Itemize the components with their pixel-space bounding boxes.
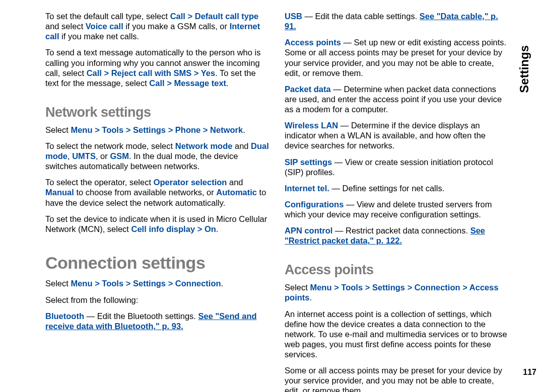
separator: > xyxy=(123,125,133,134)
separator: > xyxy=(191,68,201,77)
definition-item: APN control — Restrict packet data conne… xyxy=(285,225,509,246)
text: . xyxy=(226,79,229,88)
definition-item: SIP settings — View or create session in… xyxy=(285,157,509,177)
ui-term: APN control xyxy=(285,226,332,235)
separator: > xyxy=(332,283,342,292)
definition-item: Access points — Set up new or edit exist… xyxy=(285,37,509,78)
text: — Edit the Bluetooth settings. xyxy=(84,311,198,321)
separator: > xyxy=(195,224,205,233)
separator: > xyxy=(166,279,175,288)
text: . xyxy=(216,224,219,233)
ui-term: Tools xyxy=(102,125,123,134)
text: if you make a GSM calls, or xyxy=(123,22,230,31)
ui-term: GSM xyxy=(110,151,129,161)
separator: > xyxy=(102,68,111,77)
ui-term: Bluetooth xyxy=(45,311,84,321)
text: . xyxy=(243,125,245,134)
definition-item: Configurations — View and delete trusted… xyxy=(285,199,509,219)
ui-term: Manual xyxy=(45,188,74,197)
separator: > xyxy=(185,12,195,21)
definition-item: Internet tel. — Define settings for net … xyxy=(285,183,509,193)
paragraph: To select the operator, select Operator … xyxy=(45,177,269,207)
text: , or xyxy=(96,151,110,161)
ui-term: Packet data xyxy=(285,85,331,94)
paragraph: Select Menu > Tools > Settings > Phone >… xyxy=(45,125,269,135)
separator: > xyxy=(93,125,102,134)
text: Select xyxy=(45,279,71,288)
ui-term: Phone xyxy=(175,125,200,134)
ui-term: Internet tel. xyxy=(285,184,329,193)
separator: > xyxy=(363,283,372,292)
separator: > xyxy=(200,125,210,134)
ui-term: Default call type xyxy=(195,12,259,21)
heading-network-settings: Network settings xyxy=(45,104,269,121)
ui-term: Network mode xyxy=(175,141,233,150)
ui-term: Wireless LAN xyxy=(285,121,338,130)
ui-term: Message text xyxy=(174,79,226,88)
ui-term: Menu xyxy=(310,283,331,292)
definition-item: Wireless LAN — Determine if the device d… xyxy=(285,120,509,150)
section-tab-label: Settings xyxy=(517,45,531,93)
ui-term: Cell info display xyxy=(131,224,195,233)
left-column: To set the default call type, select Cal… xyxy=(45,11,269,377)
ui-term: Connection xyxy=(175,279,221,288)
definition-item: Packet data — Determine when packet data… xyxy=(285,84,509,114)
paragraph: Select Menu > Tools > Settings > Connect… xyxy=(285,282,509,302)
text: , xyxy=(67,151,72,161)
ui-term: Call xyxy=(87,68,102,77)
paragraph: Select from the following: xyxy=(45,295,269,305)
paragraph: Select Menu > Tools > Settings > Connect… xyxy=(45,278,269,288)
text: Select xyxy=(285,283,310,292)
ui-term: Settings xyxy=(133,279,166,288)
text: — Edit the data cable settings. xyxy=(302,12,420,21)
ui-term: SIP settings xyxy=(285,158,332,167)
ui-term: Menu xyxy=(71,125,92,134)
ui-term: Settings xyxy=(133,125,166,134)
paragraph: To set the device to indicate when it is… xyxy=(45,214,269,234)
ui-term: USB xyxy=(285,12,302,21)
text: To select the operator, select xyxy=(45,178,154,187)
text: Select xyxy=(45,125,71,134)
ui-term: Network xyxy=(210,125,243,134)
ui-term: On xyxy=(205,224,216,233)
ui-term: Voice call xyxy=(86,22,123,31)
separator: > xyxy=(93,279,102,288)
paragraph: An internet access point is a collection… xyxy=(285,309,509,360)
ui-term: Access points xyxy=(285,38,341,47)
paragraph: To select the network mode, select Netwo… xyxy=(45,141,269,171)
text: and xyxy=(227,178,243,187)
separator: > xyxy=(460,283,469,292)
right-column: USB — Edit the data cable settings. See … xyxy=(285,11,509,377)
ui-term: UMTS xyxy=(72,151,96,161)
page-number: 117 xyxy=(523,368,536,377)
ui-term: Configurations xyxy=(285,200,344,209)
ui-term: Tools xyxy=(102,279,123,288)
text: To select the network mode, select xyxy=(45,141,175,150)
text: To set the default call type, select xyxy=(45,12,170,21)
paragraph: Some or all access points may be preset … xyxy=(285,365,509,392)
definition-item: Bluetooth — Edit the Bluetooth settings.… xyxy=(45,311,269,331)
ui-term: Call xyxy=(170,12,185,21)
ui-term: Yes xyxy=(201,68,215,77)
ui-term: Automatic xyxy=(216,188,257,197)
paragraph: To set the default call type, select Cal… xyxy=(45,11,269,41)
ui-term: Tools xyxy=(341,283,363,292)
document-page: Settings 117 To set the default call typ… xyxy=(0,0,544,392)
ui-term: Menu xyxy=(71,279,92,288)
two-column-layout: To set the default call type, select Cal… xyxy=(45,11,509,377)
text: and select xyxy=(45,22,86,31)
ui-term: Settings xyxy=(372,283,405,292)
heading-access-points: Access points xyxy=(285,262,509,278)
definition-item: USB — Edit the data cable settings. See … xyxy=(285,11,509,31)
paragraph: To send a text message automatically to … xyxy=(45,47,269,88)
text: if you make net calls. xyxy=(59,32,140,41)
text: to choose from available networks, or xyxy=(74,188,216,197)
separator: > xyxy=(405,283,415,292)
heading-connection-settings: Connection settings xyxy=(45,253,269,273)
text: . xyxy=(221,279,224,288)
ui-term: Operator selection xyxy=(154,178,227,187)
ui-term: Call xyxy=(149,79,164,88)
separator: > xyxy=(166,125,175,134)
separator: > xyxy=(123,279,133,288)
text: — Restrict packet data connections. xyxy=(332,226,470,235)
